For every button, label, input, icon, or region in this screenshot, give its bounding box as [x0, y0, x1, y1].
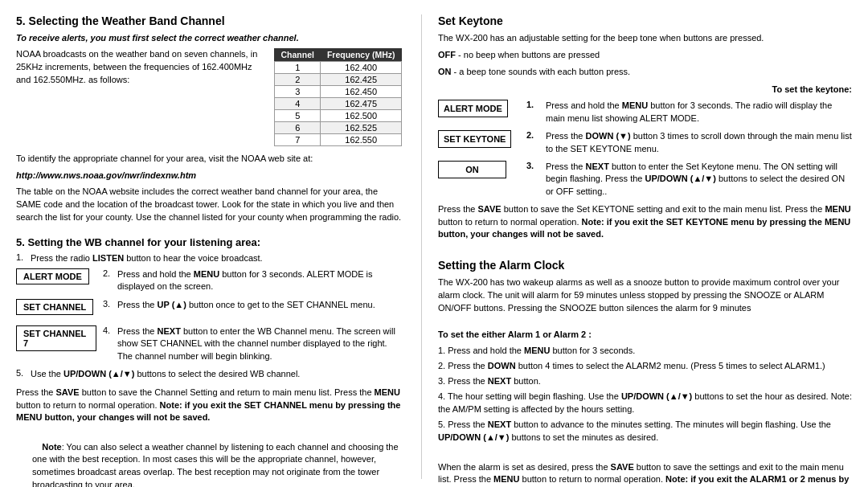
step3-num: 3. [103, 299, 111, 309]
alarm-save-note: When the alarm is set as desired, press … [438, 461, 852, 487]
page: 5. Selecting the Weather Band Channel To… [0, 0, 868, 487]
channel-cell: 1 [274, 61, 320, 73]
right-column: Set Keytone The WX-200 has an adjustable… [421, 14, 852, 479]
note-section: Note: You can also select a weather chan… [16, 436, 402, 487]
section1-p2: To identify the appropriate channel for … [16, 153, 402, 166]
to-set-alarm-label: To set the either Alarm 1 or Alarm 2 : [438, 329, 852, 342]
channel-cell: 162.425 [321, 73, 402, 85]
channel-cell: 4 [274, 97, 320, 109]
on-button[interactable]: ON [438, 161, 506, 178]
alarm-step2: 2. Press the DOWN button 4 times to sele… [438, 360, 852, 373]
noaa-link: http://www.nws.noaa.gov/nwr/indexnw.htm [16, 170, 402, 182]
keytone-title: Set Keytone [438, 14, 852, 27]
step2-text: Press and hold the MENU button for 3 sec… [117, 268, 402, 293]
step5-row: 5. Use the UP/DOWN (▲/▼) buttons to sele… [16, 368, 402, 380]
alert-mode-button-right[interactable]: ALERT MODE [438, 100, 508, 117]
alarm-step4: 4. The hour setting will begin flashing.… [438, 391, 852, 416]
channel-area: NOAA broadcasts on the weather band on s… [16, 48, 402, 146]
step3-btn-area: SET CHANNEL [16, 299, 96, 320]
keytone-step3-num: 3. [526, 161, 538, 170]
note-text: Note: You can also select a weather chan… [32, 441, 402, 487]
channel-cell: 162.475 [321, 97, 402, 109]
step4-text: Press the NEXT button to enter the WB Ch… [117, 325, 402, 362]
step4-num: 4. [103, 325, 111, 335]
section2: 5. Setting the WB channel for your liste… [16, 236, 402, 428]
keytone-step3-row: ON 3. Press the NEXT button to enter the… [438, 161, 852, 199]
section1-title: 5. Selecting the Weather Band Channel [16, 14, 402, 27]
step1-num: 1. [16, 252, 24, 262]
set-channel7-button[interactable]: SET CHANNEL 7 [16, 325, 96, 351]
section1: 5. Selecting the Weather Band Channel To… [16, 14, 402, 228]
alarm-p1: The WX-200 has two wakeup alarms as well… [438, 276, 852, 315]
save-note-left: Press the SAVE button to save the Channe… [16, 387, 402, 424]
channel-cell: 162.550 [321, 133, 402, 145]
channel-cell: 6 [274, 121, 320, 133]
keytone-section: Set Keytone The WX-200 has an adjustable… [438, 14, 852, 244]
step2-btn-area: ALERT MODE [16, 268, 96, 289]
keytone-step1-num: 1. [526, 100, 538, 109]
channel-header-ch: Channel [274, 48, 320, 62]
keytone-step1-text: Press and hold the MENU button for 3 sec… [546, 100, 852, 125]
channel-cell: 7 [274, 133, 320, 145]
channel-table: Channel Frequency (MHz) 1162.4002162.425… [274, 48, 402, 146]
channel-cell: 5 [274, 109, 320, 121]
channel-cell: 3 [274, 85, 320, 97]
left-column: 5. Selecting the Weather Band Channel To… [16, 14, 402, 479]
set-channel-button-left[interactable]: SET CHANNEL [16, 299, 93, 315]
alarm-step1: 1. Press and hold the MENU button for 3 … [438, 345, 852, 358]
channel-cell: 162.525 [321, 121, 402, 133]
keytone-on-btn-area: ON [438, 161, 518, 183]
to-set-keytone-label: To set the keytone: [438, 84, 852, 96]
step5-num: 5. [16, 368, 24, 378]
keytone-save-note: Press the SAVE button to save the Set KE… [438, 203, 852, 240]
section1-p3: The table on the NOAA website includes t… [16, 186, 402, 224]
keytone-alert-btn-area: ALERT MODE [438, 100, 518, 122]
keytone-step3-text: Press the NEXT button to enter the Set K… [546, 161, 852, 199]
channel-text: NOAA broadcasts on the weather band on s… [16, 48, 264, 146]
step2-num: 2. [103, 268, 111, 278]
alarm-title: Setting the Alarm Clock [438, 259, 852, 272]
step1-row: 1. Press the radio LISTEN button to hear… [16, 252, 402, 264]
set-keytone-button[interactable]: SET KEYTONE [438, 130, 511, 148]
alarm-section: Setting the Alarm Clock The WX-200 has t… [438, 259, 852, 487]
channel-header-freq: Frequency (MHz) [321, 48, 402, 62]
step1-text: Press the radio LISTEN button to hear th… [31, 252, 402, 264]
channel-cell: 162.500 [321, 109, 402, 121]
steps-area: 1. Press the radio LISTEN button to hear… [16, 252, 402, 381]
channel-cell: 162.450 [321, 85, 402, 97]
keytone-off: OFF - no beep when buttons are pressed [438, 49, 852, 62]
alert-mode-button-left[interactable]: ALERT MODE [16, 268, 89, 284]
alarm-step3: 3. Press the NEXT button. [438, 375, 852, 388]
keytone-step2-num: 2. [526, 130, 538, 140]
step4-row: SET CHANNEL 7 4. Press the NEXT button t… [16, 325, 402, 362]
keytone-p1: The WX-200 has an adjustable setting for… [438, 32, 852, 45]
step4-btn-area: SET CHANNEL 7 [16, 325, 96, 356]
keytone-setkeytone-btn-area: SET KEYTONE [438, 130, 518, 153]
keytone-step2-text: Press the DOWN (▼) button 3 times to scr… [546, 130, 852, 156]
channel-cell: 162.400 [321, 61, 402, 73]
keytone-on: ON - a beep tone sounds with each button… [438, 66, 852, 79]
keytone-step1-row: ALERT MODE 1. Press and hold the MENU bu… [438, 100, 852, 125]
step3-text: Press the UP (▲) button once to get to t… [117, 299, 402, 311]
step3-row: SET CHANNEL 3. Press the UP (▲) button o… [16, 299, 402, 320]
step2-row: ALERT MODE 2. Press and hold the MENU bu… [16, 268, 402, 293]
alarm-steps: 1. Press and hold the MENU button for 3 … [438, 345, 852, 444]
step5-text: Use the UP/DOWN (▲/▼) buttons to select … [31, 368, 402, 380]
section1-bold-italic: To receive alerts, you must first select… [16, 32, 402, 45]
keytone-step2-row: SET KEYTONE 2. Press the DOWN (▼) button… [438, 130, 852, 156]
section2-title: 5. Setting the WB channel for your liste… [16, 236, 402, 248]
section1-p1: NOAA broadcasts on the weather band on s… [16, 48, 264, 87]
alarm-step5: 5. Press the NEXT button to advance to t… [438, 419, 852, 444]
channel-cell: 2 [274, 73, 320, 85]
